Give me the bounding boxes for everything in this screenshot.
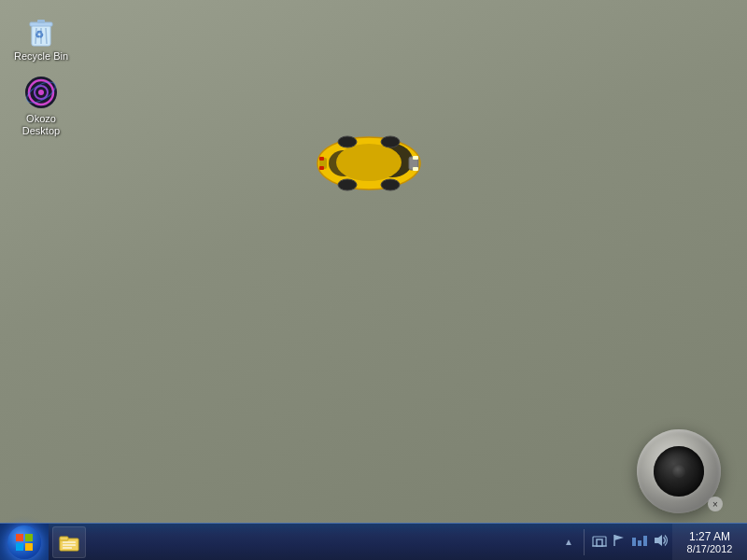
system-tray: ▲ [557,524,747,560]
taskbar-apps [49,524,86,560]
svg-rect-33 [63,544,76,546]
tray-chevron[interactable]: ▲ [561,537,576,547]
volume-icon[interactable] [654,534,669,550]
tray-separator [584,529,585,555]
okozo-desktop-icon[interactable]: Okozo Desktop [7,70,75,141]
recycle-bin-label: Recycle Bin [14,50,68,63]
svg-rect-31 [60,537,68,540]
desktop: ♻ Recycle Bin Okozo Desktop [0,0,747,560]
svg-rect-40 [632,538,636,546]
clock-area[interactable]: 1:27 AM 8/17/2012 [672,524,747,560]
svg-rect-28 [16,543,23,551]
svg-point-21 [338,179,357,190]
clock-date: 8/17/2012 [687,543,733,554]
start-orb [7,525,41,559]
network-icon[interactable] [592,534,607,550]
recycle-bin-icon[interactable]: ♻ Recycle Bin [7,7,75,66]
svg-rect-34 [63,547,72,549]
svg-rect-22 [413,156,418,160]
svg-point-10 [38,90,44,95]
connection-icon[interactable] [631,534,648,550]
svg-rect-41 [638,540,641,546]
svg-rect-5 [37,20,45,23]
speaker-close-button[interactable]: × [708,497,723,511]
svg-rect-32 [63,541,76,543]
svg-rect-26 [16,534,23,541]
svg-point-20 [338,136,357,147]
start-button[interactable] [0,524,49,561]
tray-icons-area: ▲ [557,529,672,555]
svg-rect-36 [593,537,606,546]
svg-text:♻: ♻ [35,29,44,40]
svg-rect-29 [25,543,33,551]
svg-rect-25 [319,166,324,170]
okozo-desktop-image [22,74,60,111]
file-explorer-taskbar[interactable] [52,526,86,558]
recycle-bin-image: ♻ [22,11,60,49]
car-widget [308,131,430,196]
svg-point-18 [381,136,400,147]
speaker-center [672,465,685,478]
svg-rect-42 [643,536,647,546]
svg-point-15 [336,144,402,181]
svg-rect-27 [25,534,33,541]
svg-line-3 [46,28,47,44]
clock-time: 1:27 AM [689,530,730,543]
svg-marker-43 [655,535,662,546]
flag-icon[interactable] [613,534,626,550]
svg-rect-23 [413,167,418,171]
svg-marker-39 [614,535,624,540]
okozo-desktop-label: Okozo Desktop [11,113,71,137]
svg-rect-24 [319,157,324,161]
svg-point-19 [381,179,400,190]
desktop-icons: ♻ Recycle Bin Okozo Desktop [7,7,75,142]
taskbar: ▲ [0,523,747,560]
speaker-inner [654,446,704,497]
